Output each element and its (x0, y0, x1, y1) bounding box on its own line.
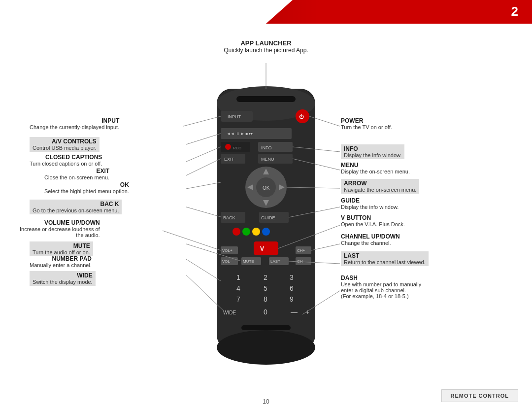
svg-text:5: 5 (264, 284, 267, 292)
svg-text:BACK: BACK (223, 215, 235, 220)
label-ok: OK Select the highlighted menu option. (44, 181, 129, 194)
label-cc-desc: Turn closed captions on or off. (30, 161, 102, 167)
label-back-title: BAC K (33, 201, 119, 207)
label-input: INPUT Change the currently-displayed inp… (30, 117, 119, 130)
svg-text:MUTE: MUTE (243, 259, 254, 264)
svg-text:WIDE: WIDE (223, 310, 236, 315)
svg-text:EXIT: EXIT (224, 157, 234, 162)
svg-line-70 (186, 259, 221, 281)
svg-point-2 (217, 330, 315, 365)
label-vol-title: VOLUME UP/DOWN (20, 219, 100, 226)
label-power-title: POWER (341, 117, 392, 124)
page-number: 2 (511, 4, 518, 19)
label-guide: GUIDE Display the info window. (341, 197, 399, 210)
svg-text:—: — (291, 308, 298, 316)
label-numpad-title: NUMBER PAD (30, 255, 92, 262)
remote-control-label: REMOTE CONTROL (441, 389, 519, 402)
svg-text:REC: REC (233, 146, 241, 150)
label-last-desc: Return to the channel last viewed. (344, 259, 426, 265)
page-number-bottom: 10 (263, 398, 269, 405)
diagram-svg: INPUT ⏻ ◄◄ ⏸ ► ■ ▶▶ REC INFO MENU EXIT O… (0, 30, 532, 399)
svg-line-65 (186, 159, 221, 175)
label-mute-title: MUTE (33, 242, 90, 249)
svg-line-68 (163, 231, 221, 250)
svg-text:OK: OK (263, 185, 270, 191)
label-menu: MENU Display the on-screen menu. (341, 162, 410, 174)
label-exit-desc: Close the on-screen menu. (44, 174, 109, 180)
label-last-title: LAST (344, 252, 426, 259)
label-dash-desc: Use with number pad to manuallyenter a d… (341, 281, 421, 299)
label-mute-desc: Turn the audio off or on. (33, 249, 90, 255)
label-channel-title: CHANNEL UP/DOWN (341, 233, 400, 240)
svg-text:INFO: INFO (261, 145, 272, 150)
label-volume: VOLUME UP/DOWN Increase or decrease loud… (20, 219, 100, 238)
svg-line-78 (311, 244, 340, 250)
svg-text:V: V (260, 245, 264, 252)
svg-text:3: 3 (290, 274, 294, 281)
svg-text:◄◄  ⏸  ►  ■  ▶▶: ◄◄ ⏸ ► ■ ▶▶ (227, 132, 253, 136)
label-guide-desc: Display the info window. (341, 204, 399, 210)
label-ok-desc: Select the highlighted menu option. (44, 188, 129, 194)
svg-line-63 (186, 134, 221, 144)
label-ok-title: OK (44, 181, 129, 188)
label-back-desc: Go to the previous on-screen menu. (33, 207, 119, 213)
svg-text:⏻: ⏻ (299, 114, 304, 119)
svg-line-64 (186, 147, 221, 162)
label-wide-desc: Switch the display mode. (33, 279, 93, 285)
label-v-button: V BUTTON Open the V.I.A. Plus Dock. (341, 214, 405, 227)
svg-text:LAST: LAST (270, 259, 280, 264)
label-closed-captions: CLOSED CAPTIONS Turn closed captions on … (30, 154, 102, 167)
label-vbutton-desc: Open the V.I.A. Plus Dock. (341, 221, 405, 227)
svg-point-31 (242, 228, 250, 236)
label-power: POWER Turn the TV on or off. (341, 117, 392, 130)
svg-line-67 (186, 207, 221, 217)
svg-text:7: 7 (236, 295, 240, 303)
label-numpad-desc: Manually enter a channel. (30, 262, 92, 268)
svg-line-66 (186, 182, 221, 189)
label-number-pad: NUMBER PAD Manually enter a channel. (30, 255, 92, 268)
svg-point-30 (233, 228, 240, 236)
label-mute: MUTE Turn the audio off or on. (30, 241, 93, 256)
label-back: BAC K Go to the previous on-screen menu. (30, 200, 122, 214)
label-input-title: INPUT (30, 117, 119, 124)
label-arrow-desc: Navigate the on-screen menu. (344, 187, 416, 193)
svg-text:MENU: MENU (261, 157, 274, 162)
label-dash: DASH Use with number pad to manuallyente… (341, 274, 421, 299)
svg-text:6: 6 (290, 284, 294, 292)
label-info-title: INFO (344, 145, 401, 152)
label-input-desc: Change the currently-displayed input. (30, 124, 119, 130)
label-channel-desc: Change the channel. (341, 240, 400, 246)
svg-rect-61 (241, 325, 291, 330)
label-wide-title: WIDE (33, 272, 93, 279)
svg-text:VOL-: VOL- (222, 259, 232, 264)
label-av-desc: Control USB media player. (33, 145, 97, 151)
label-menu-title: MENU (341, 162, 410, 169)
label-info-desc: Display the info window. (344, 152, 401, 158)
label-guide-title: GUIDE (341, 197, 399, 204)
label-wide: WIDE Switch the display mode. (30, 271, 96, 286)
label-info: INFO Display the info window. (341, 144, 404, 159)
svg-text:1: 1 (236, 274, 240, 281)
svg-rect-3 (236, 96, 296, 102)
label-dash-title: DASH (341, 274, 421, 281)
svg-line-62 (183, 116, 221, 126)
svg-point-33 (262, 228, 270, 236)
svg-text:INPUT: INPUT (228, 114, 241, 119)
label-arrow-title: ARROW (344, 180, 416, 187)
svg-text:8: 8 (264, 295, 267, 303)
label-av-controls: A/V CONTROLS Control USB media player. (30, 137, 100, 152)
svg-text:VOL+: VOL+ (222, 248, 233, 253)
top-bar (0, 0, 532, 24)
svg-text:GUIDE: GUIDE (261, 215, 275, 220)
label-power-desc: Turn the TV on or off. (341, 124, 392, 130)
label-vbutton-title: V BUTTON (341, 214, 405, 221)
label-exit: EXIT Close the on-screen menu. (44, 168, 109, 180)
label-arrow: ARROW Navigate the on-screen menu. (341, 179, 419, 194)
label-av-title: A/V CONTROLS (33, 138, 97, 145)
label-last: LAST Return to the channel last viewed. (341, 251, 429, 266)
svg-rect-34 (254, 241, 278, 255)
svg-text:CH+: CH+ (297, 248, 305, 253)
label-channel: CHANNEL UP/DOWN Change the channel. (341, 233, 400, 246)
label-vol-desc: Increase or decrease loudness ofthe audi… (20, 226, 100, 238)
svg-text:0: 0 (264, 308, 267, 316)
